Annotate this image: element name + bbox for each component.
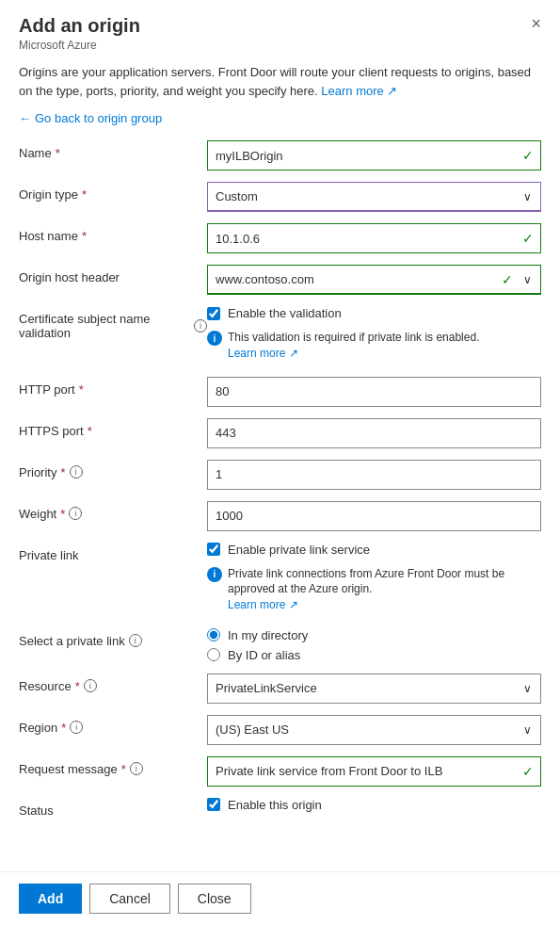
description-learn-more-link[interactable]: Learn more ↗ <box>321 84 397 98</box>
region-row: Region * i (US) East US <box>19 715 541 745</box>
private-link-checkbox-label: Enable private link service <box>228 543 370 557</box>
host-name-input-wrapper <box>207 223 541 253</box>
radio-directory-input[interactable] <box>207 628 220 641</box>
weight-control <box>207 501 541 531</box>
http-port-label: HTTP port * <box>19 377 207 397</box>
priority-info-icon[interactable]: i <box>70 465 83 479</box>
priority-row: Priority * i <box>19 460 541 490</box>
origin-type-control: Custom <box>207 182 541 212</box>
private-link-row: Private link Enable private link service… <box>19 543 541 617</box>
http-port-input[interactable] <box>207 377 541 407</box>
dialog-title: Add an origin <box>19 15 140 37</box>
origin-type-required: * <box>82 187 87 202</box>
private-link-info-circle-icon: i <box>207 567 222 582</box>
host-name-control <box>207 223 541 253</box>
origin-type-select-wrapper: Custom <box>207 182 541 212</box>
http-port-control <box>207 377 541 407</box>
cancel-button[interactable]: Cancel <box>89 884 170 914</box>
name-input-wrapper <box>207 140 541 170</box>
resource-select-wrapper: PrivateLinkService <box>207 673 541 704</box>
cert-checkbox-row: Enable the validation <box>207 306 541 320</box>
origin-host-header-select-wrapper: www.contoso.com ∨ <box>207 265 541 295</box>
region-select[interactable]: (US) East US <box>207 715 541 745</box>
host-name-input[interactable] <box>207 223 541 253</box>
resource-select[interactable]: PrivateLinkService <box>207 673 541 704</box>
request-message-required: * <box>121 762 126 776</box>
https-port-label: HTTPS port * <box>19 418 207 438</box>
cert-info-circle-icon: i <box>207 331 222 346</box>
status-checkbox-row: Enable this origin <box>207 798 541 812</box>
private-link-external-icon: ↗ <box>289 598 298 611</box>
status-row: Status Enable this origin <box>19 798 541 828</box>
cert-validation-label: Certificate subject name validation i <box>19 306 207 340</box>
request-message-control <box>207 756 541 787</box>
close-button[interactable]: Close <box>178 884 251 914</box>
https-port-required: * <box>88 424 92 438</box>
priority-label: Priority * i <box>19 460 207 479</box>
name-input[interactable] <box>207 140 541 170</box>
origin-type-select[interactable]: Custom <box>207 182 541 212</box>
radio-option-alias[interactable]: By ID or alias <box>207 648 541 662</box>
region-control: (US) East US <box>207 715 541 745</box>
origin-host-header-label: Origin host header <box>19 265 207 284</box>
http-port-row: HTTP port * <box>19 377 541 407</box>
dialog-body: Origins are your application servers. Fr… <box>0 52 560 871</box>
select-private-link-row: Select a private link i In my directory … <box>19 628 541 662</box>
private-link-learn-more-link[interactable]: Learn more ↗ <box>228 598 298 611</box>
radio-directory-label: In my directory <box>228 628 308 642</box>
origin-host-header-select[interactable]: www.contoso.com <box>207 265 541 295</box>
resource-info-icon[interactable]: i <box>84 679 97 692</box>
name-row: Name * <box>19 140 541 170</box>
https-port-input[interactable] <box>207 418 541 448</box>
request-message-row: Request message * i <box>19 756 541 787</box>
origin-host-header-row: Origin host header www.contoso.com ∨ <box>19 265 541 295</box>
cert-info-icon[interactable]: i <box>194 319 207 333</box>
resource-required: * <box>75 679 80 693</box>
region-select-wrapper: (US) East US <box>207 715 541 745</box>
private-link-checkbox-row: Enable private link service <box>207 543 541 557</box>
select-private-link-control: In my directory By ID or alias <box>207 628 541 662</box>
cert-validation-control: Enable the validation i This validation … <box>207 306 541 365</box>
host-name-required: * <box>82 229 87 243</box>
status-checkbox-label: Enable this origin <box>228 798 322 812</box>
resource-label: Resource * i <box>19 673 207 693</box>
region-info-icon[interactable]: i <box>70 721 83 734</box>
add-origin-dialog: Add an origin Microsoft Azure × Origins … <box>0 0 560 925</box>
cert-info-text: This validation is required if private l… <box>228 330 479 362</box>
private-link-info-text: Private link connections from Azure Fron… <box>228 566 541 613</box>
request-message-info-icon[interactable]: i <box>130 762 143 775</box>
dialog-header: Add an origin Microsoft Azure × <box>0 0 560 52</box>
origin-type-row: Origin type * Custom <box>19 182 541 212</box>
origin-type-label: Origin type * <box>19 182 207 202</box>
select-private-link-info-icon[interactable]: i <box>129 634 142 647</box>
radio-option-directory[interactable]: In my directory <box>207 628 541 642</box>
private-link-checkbox[interactable] <box>207 543 220 556</box>
cert-learn-more-link[interactable]: Learn more ↗ <box>228 347 298 360</box>
private-link-control: Enable private link service i Private li… <box>207 543 541 617</box>
radio-alias-label: By ID or alias <box>228 648 300 662</box>
add-button[interactable]: Add <box>19 884 82 914</box>
header-text: Add an origin Microsoft Azure <box>19 15 140 52</box>
priority-input[interactable] <box>207 460 541 490</box>
priority-required: * <box>60 465 65 479</box>
weight-info-icon[interactable]: i <box>69 507 82 520</box>
close-icon-button[interactable]: × <box>531 15 541 32</box>
http-port-required: * <box>79 382 84 397</box>
status-checkbox[interactable] <box>207 798 220 811</box>
dialog-subtitle: Microsoft Azure <box>19 39 140 52</box>
https-port-control <box>207 418 541 448</box>
cert-validation-checkbox[interactable] <box>207 307 220 320</box>
dialog-footer: Add Cancel Close <box>0 871 560 925</box>
back-to-origin-group-link[interactable]: ← Go back to origin group <box>19 111 541 125</box>
status-control: Enable this origin <box>207 798 541 812</box>
cert-info-box: i This validation is required if private… <box>207 326 541 365</box>
cert-validation-row: Certificate subject name validation i En… <box>19 306 541 365</box>
resource-row: Resource * i PrivateLinkService <box>19 673 541 704</box>
private-link-label: Private link <box>19 543 207 562</box>
request-message-input[interactable] <box>207 756 541 787</box>
host-name-label: Host name * <box>19 223 207 243</box>
name-required: * <box>56 146 60 160</box>
radio-alias-input[interactable] <box>207 648 220 661</box>
weight-input[interactable] <box>207 501 541 531</box>
external-link-icon: ↗ <box>387 84 397 98</box>
